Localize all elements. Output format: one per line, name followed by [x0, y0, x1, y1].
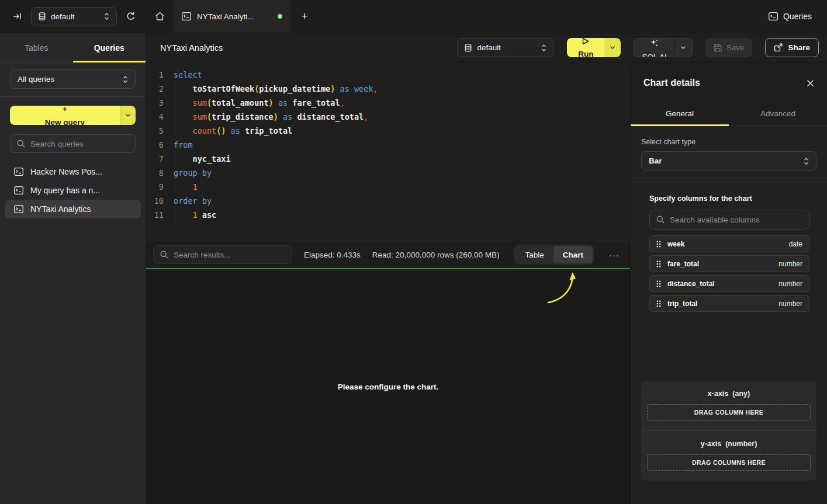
home-tab[interactable]	[146, 0, 174, 33]
top-bar-left: default	[0, 0, 146, 33]
new-query-dropdown-button[interactable]	[120, 106, 136, 125]
column-item-week[interactable]: week date	[649, 235, 809, 252]
query-list-item-label: NYTaxi Analytics	[30, 204, 91, 214]
run-dropdown-button[interactable]	[604, 38, 621, 57]
sql-console-app: default NYTaxi Analyti.	[0, 0, 827, 504]
query-terminal-icon	[182, 12, 191, 20]
sparkles-icon	[650, 39, 659, 47]
line-number: 11	[151, 208, 164, 222]
panel-tab-advanced[interactable]: Advanced	[729, 101, 827, 126]
query-search-input[interactable]	[30, 140, 134, 148]
query-list-item[interactable]: My query has a n...	[5, 181, 141, 200]
sql-editor[interactable]: 1select2 toStartOfWeek(pickup_datetime) …	[146, 62, 630, 241]
column-item-fare-total[interactable]: fare_total number	[649, 255, 809, 272]
line-number: 10	[151, 194, 164, 208]
workspace: 1select2 toStartOfWeek(pickup_datetime) …	[146, 62, 827, 504]
search-icon	[656, 215, 665, 224]
line-number: 7	[151, 152, 164, 166]
run-split-button: Run	[567, 38, 621, 57]
collapse-sidebar-button[interactable]	[13, 12, 22, 20]
new-query-label: New query	[45, 118, 85, 126]
results-search-input[interactable]	[174, 251, 285, 259]
y-axis-dropzone[interactable]: DRAG COLUMNS HERE	[647, 454, 811, 471]
sidebar-tab-tables[interactable]: Tables	[0, 33, 73, 62]
top-bar-right: Queries	[769, 0, 827, 33]
top-bar: default NYTaxi Analyti.	[0, 0, 827, 33]
query-filter-selector[interactable]: All queries	[10, 69, 136, 89]
run-button-label: Run	[578, 50, 593, 58]
line-number: 8	[151, 166, 164, 180]
refresh-button[interactable]	[126, 12, 136, 21]
columns-search-input[interactable]	[670, 215, 802, 224]
chevron-updown-icon	[123, 75, 128, 84]
queries-button-label: Queries	[783, 12, 812, 21]
chevron-down-icon	[680, 46, 686, 50]
available-columns-list: week date fare_total number	[649, 235, 809, 312]
rows-read-stat: Read: 20,000,000 rows (260.00 MB)	[372, 251, 500, 259]
drag-handle-icon	[656, 241, 661, 248]
chart-type-selector[interactable]: Bar	[641, 151, 816, 171]
query-search-row	[0, 125, 146, 159]
header-controls: default Run	[457, 38, 819, 57]
line-number: 1	[151, 68, 164, 82]
panel-tab-general[interactable]: General	[631, 101, 729, 126]
query-terminal-icon	[769, 12, 778, 20]
line-number: 2	[151, 82, 164, 96]
tab-nytaxi-analytics[interactable]: NYTaxi Analyti...	[174, 0, 290, 33]
line-number: 5	[151, 124, 164, 138]
chart-area: Please configure the chart.	[146, 269, 630, 504]
share-button-label: Share	[788, 43, 810, 52]
sql-ai-dropdown-button[interactable]	[674, 39, 692, 57]
code-line: 8group by	[151, 166, 630, 180]
y-axis-section: y-axis (number) DRAG COLUMNS HERE	[641, 430, 816, 481]
arrow-to-bar-icon	[13, 12, 22, 20]
column-item-trip-total[interactable]: trip_total number	[649, 295, 809, 312]
columns-section: Specify columns for the chart	[649, 194, 809, 312]
line-number: 3	[151, 96, 164, 110]
sidebar-tab-queries[interactable]: Queries	[73, 33, 146, 62]
code-line: 11 1 asc	[151, 208, 630, 222]
drag-handle-icon	[656, 280, 661, 287]
sql-ai-button-label: SQL AI	[642, 53, 666, 57]
chevron-updown-icon	[104, 12, 109, 20]
close-panel-button[interactable]	[807, 79, 814, 87]
main-area: NYTaxi Analytics default	[146, 33, 827, 504]
sql-ai-button[interactable]: SQL AI	[634, 39, 674, 57]
save-button[interactable]: Save	[705, 38, 753, 57]
more-options-button[interactable]: ···	[605, 250, 623, 260]
share-button[interactable]: Share	[765, 38, 819, 57]
play-icon	[582, 38, 589, 45]
chart-view-tab[interactable]: Chart	[553, 246, 593, 263]
column-name: week	[667, 240, 684, 248]
new-tab-button[interactable]: +	[290, 0, 319, 33]
home-icon	[155, 12, 165, 21]
code-line: 4 sum(trip_distance) as distance_total,	[151, 110, 630, 124]
view-toggle: Table Chart	[514, 245, 594, 265]
x-axis-label: x-axis	[708, 390, 728, 398]
table-view-tab[interactable]: Table	[515, 246, 553, 263]
run-button[interactable]: Run	[567, 38, 604, 57]
close-icon	[807, 79, 814, 87]
yellow-arrow-annotation	[545, 270, 580, 304]
query-title: NYTaxi Analytics	[160, 43, 223, 53]
database-selector-value: default	[51, 12, 75, 21]
database-icon	[465, 44, 472, 52]
new-query-button[interactable]: + New query	[10, 106, 120, 125]
new-query-split-button: + New query	[10, 106, 136, 125]
database-selector-main[interactable]: default	[457, 38, 554, 57]
x-axis-section: x-axis (any) DRAG COLUMN HERE	[641, 381, 816, 430]
sql-ai-split-button: SQL AI	[634, 38, 692, 57]
query-search-box	[10, 134, 136, 153]
queries-button[interactable]: Queries	[769, 12, 812, 21]
query-list-item-selected[interactable]: NYTaxi Analytics	[5, 200, 141, 218]
share-icon	[774, 43, 783, 52]
database-selector-top[interactable]: default	[31, 7, 117, 26]
query-list-item[interactable]: Hacker News Pos...	[5, 162, 141, 181]
code-line: 5 count() as trip_total	[151, 124, 630, 138]
panel-content: Select chart type Bar Specify columns fo…	[631, 126, 827, 504]
tab-strip: NYTaxi Analyti... +	[146, 0, 319, 33]
code-line: 7 nyc_taxi	[151, 152, 630, 166]
editor-column: 1select2 toStartOfWeek(pickup_datetime) …	[146, 62, 630, 504]
x-axis-dropzone[interactable]: DRAG COLUMN HERE	[647, 404, 811, 420]
column-item-distance-total[interactable]: distance_total number	[649, 275, 809, 292]
